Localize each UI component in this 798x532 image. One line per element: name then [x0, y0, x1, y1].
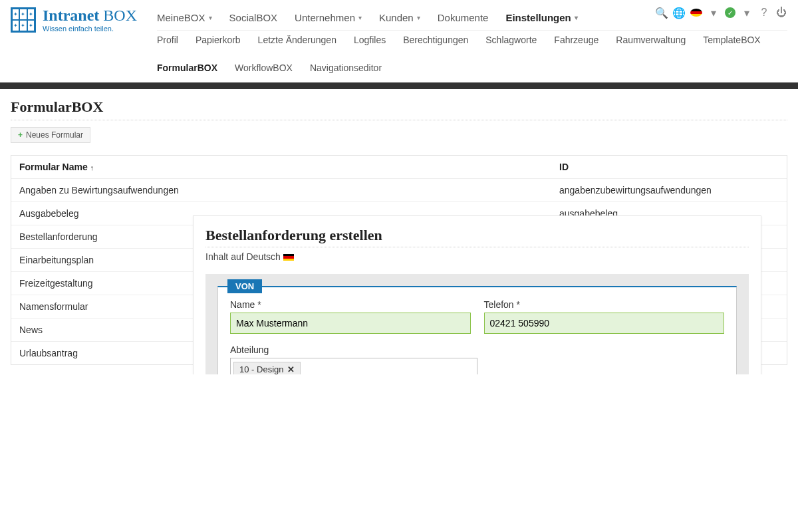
help-icon[interactable]: ?: [758, 7, 770, 19]
subnav-formularbox[interactable]: FormularBOX: [157, 63, 217, 73]
chevron-down-icon: ▾: [358, 14, 362, 21]
subnav-letzte-änderungen[interactable]: Letzte Änderungen: [258, 35, 336, 45]
nav-dokumente[interactable]: Dokumente: [438, 12, 489, 23]
subnav-fahrzeuge[interactable]: Fahrzeuge: [554, 35, 598, 45]
new-form-button[interactable]: + Neues Formular: [11, 127, 90, 143]
chevron-down-icon: ▾: [417, 14, 420, 21]
panel-subtitle: Inhalt auf Deutsch: [205, 251, 749, 262]
subnav-berechtigungen[interactable]: Berechtigungen: [403, 35, 468, 45]
subnav-logfiles[interactable]: Logfiles: [354, 35, 386, 45]
remove-tag-icon[interactable]: ✕: [287, 364, 295, 374]
nav-unternehmen[interactable]: Unternehmen▾: [295, 12, 362, 23]
status-ok-icon[interactable]: ✓: [725, 7, 735, 18]
dept-tag-input[interactable]: 10 - Design ✕: [230, 358, 477, 374]
dept-label: Abteilung: [230, 344, 477, 355]
nav-socialbox[interactable]: SocialBOX: [229, 12, 278, 23]
language-flag-de[interactable]: [690, 9, 702, 17]
sort-asc-icon: ↑: [90, 164, 94, 172]
subnav-workflowbox[interactable]: WorkflowBOX: [235, 63, 293, 73]
flag-de-icon: [283, 254, 294, 261]
form-editor-panel: Bestellanforderung erstellen Inhalt auf …: [193, 215, 761, 374]
chevron-down-icon: ▾: [708, 7, 720, 19]
nav-einstellungen[interactable]: Einstellungen▾: [505, 12, 577, 23]
subnav-navigationseditor[interactable]: Navigationseditor: [310, 63, 382, 73]
col-header-name[interactable]: Formular Name ↑: [19, 162, 559, 172]
cell-name: Angaben zu Bewirtungsaufwendungen: [19, 185, 559, 196]
col-header-id[interactable]: ID: [559, 162, 779, 172]
subnav-templatebox[interactable]: TemplateBOX: [703, 35, 760, 45]
dept-tag: 10 - Design ✕: [233, 362, 301, 375]
nav-meinebox[interactable]: MeineBOX▾: [157, 12, 212, 23]
chevron-down-icon: ▾: [575, 14, 578, 21]
name-input[interactable]: [230, 313, 471, 334]
subnav-raumverwaltung[interactable]: Raumverwaltung: [616, 35, 686, 45]
subnav-papierkorb[interactable]: Papierkorb: [196, 35, 241, 45]
brand-tagline: Wissen einfach teilen.: [43, 25, 137, 33]
subnav-schlagworte[interactable]: Schlagworte: [485, 35, 537, 45]
subnav-profil[interactable]: Profil: [157, 35, 178, 45]
page-title: FormularBOX: [11, 98, 787, 120]
logo-icon: ✦✦✦✦✦✦: [11, 7, 36, 33]
name-label: Name: [230, 299, 471, 310]
table-row[interactable]: Angaben zu Bewirtungsaufwendungenangaben…: [11, 179, 787, 202]
chevron-down-icon: ▾: [209, 14, 212, 21]
phone-label: Telefon: [484, 299, 725, 310]
nav-kunden[interactable]: Kunden▾: [379, 12, 420, 23]
phone-input[interactable]: [484, 313, 725, 334]
panel-title: Bestellanforderung erstellen: [205, 227, 749, 247]
cell-id: angabenzubewirtungsaufwendungen: [559, 185, 779, 196]
brand-name: Intranet BOX: [43, 7, 137, 25]
chevron-down-icon: ▾: [741, 7, 753, 19]
legend-von: VON: [227, 279, 262, 293]
globe-icon[interactable]: 🌐: [673, 7, 685, 19]
plus-icon: +: [18, 130, 23, 140]
power-icon[interactable]: ⏻: [775, 7, 787, 19]
search-icon[interactable]: 🔍: [656, 7, 668, 19]
fieldset-von: VON Name Telefon Abteilung: [217, 286, 737, 374]
